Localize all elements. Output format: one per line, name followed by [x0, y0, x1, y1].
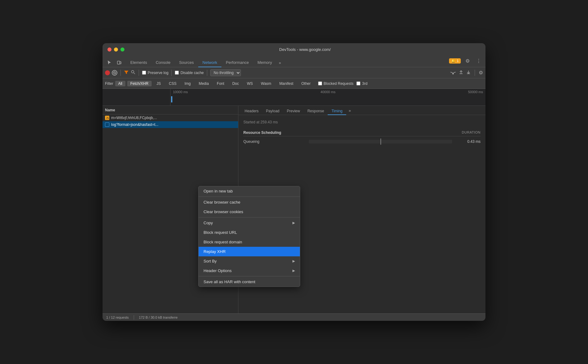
filter-all[interactable]: All: [115, 81, 125, 86]
close-button[interactable]: [107, 48, 111, 52]
filter-js[interactable]: JS: [153, 81, 164, 86]
search-icon[interactable]: [131, 70, 136, 76]
main-content: Name JS m=Wt6vjf,hhhU8,FCpbqb,... log?fo…: [103, 106, 485, 313]
device-icon[interactable]: [115, 58, 124, 67]
timeline-name-col: [103, 89, 170, 105]
window-title: DevTools - www.google.com/: [129, 47, 481, 52]
cm-copy-label: Copy: [204, 221, 213, 225]
cm-clear-cookies[interactable]: Clear browser cookies: [199, 207, 300, 217]
cm-header-options-arrow: ▶: [292, 269, 295, 273]
timeline-label-3: 50000 ms: [380, 90, 485, 94]
timeline-blue-bar: [171, 96, 172, 102]
cm-copy[interactable]: Copy ▶: [199, 218, 300, 228]
network-toolbar: Preserve log Disable cache No throttling: [103, 67, 485, 78]
disable-cache-input[interactable]: [175, 71, 179, 75]
download-icon[interactable]: [466, 70, 471, 76]
cm-sort-by-arrow: ▶: [292, 259, 295, 263]
cm-save-har[interactable]: Save all as HAR with content: [199, 277, 300, 287]
filter-other[interactable]: Other: [298, 81, 314, 86]
cm-block-url[interactable]: Block request URL: [199, 228, 300, 237]
status-sep: [134, 315, 134, 320]
filter-ws[interactable]: WS: [244, 81, 256, 86]
context-menu-overlay[interactable]: Open in new tab Clear browser cache Clea…: [103, 106, 485, 313]
tab-console[interactable]: Console: [151, 58, 175, 67]
cm-replay-xhr-label: Replay XHR: [204, 249, 226, 254]
blocked-requests-checkbox[interactable]: [318, 81, 322, 85]
filter-label: Filter: [105, 81, 113, 86]
tab-memory[interactable]: Memory: [253, 58, 276, 67]
tab-elements[interactable]: Elements: [126, 58, 151, 67]
svg-point-6: [453, 73, 454, 74]
notification-badge[interactable]: 🔔 1: [449, 58, 461, 64]
request-count: 1 / 12 requests: [106, 316, 129, 319]
status-bar: 1 / 12 requests 172 B / 30.0 kB transfer…: [103, 313, 485, 321]
wifi-icon[interactable]: [450, 70, 456, 76]
svg-line-3: [114, 72, 116, 74]
maximize-button[interactable]: [120, 48, 124, 52]
cm-open-new-tab-label: Open in new tab: [204, 189, 233, 193]
tab-sources[interactable]: Sources: [175, 58, 198, 67]
titlebar: DevTools - www.google.com/: [103, 43, 485, 56]
svg-rect-0: [117, 61, 120, 64]
cursor-icon[interactable]: [105, 58, 114, 67]
cm-save-har-label: Save all as HAR with content: [204, 279, 255, 284]
cm-block-url-label: Block request URL: [204, 230, 237, 235]
cm-replay-xhr[interactable]: Replay XHR: [199, 247, 300, 256]
cm-sep-1: [199, 196, 300, 197]
cm-clear-cache-label: Clear browser cache: [204, 200, 240, 205]
preserve-log-input[interactable]: [142, 71, 146, 75]
filter-manifest[interactable]: Manifest: [276, 81, 296, 86]
tab-performance[interactable]: Performance: [221, 58, 253, 67]
network-settings-icon[interactable]: ⚙: [479, 70, 483, 76]
nav-right-actions: 🔔 1 ⚙ ⋮: [449, 56, 483, 67]
cm-open-new-tab[interactable]: Open in new tab: [199, 186, 300, 196]
filter-font[interactable]: Font: [214, 81, 227, 86]
more-tabs-button[interactable]: »: [276, 59, 284, 67]
toolbar-separator-5: [475, 70, 475, 76]
timeline-area: 10000 ms 40000 ms 50000 ms: [103, 89, 485, 106]
third-party-checkbox[interactable]: [356, 81, 360, 85]
timeline-bar-area: 10000 ms 40000 ms 50000 ms: [170, 89, 485, 105]
record-button[interactable]: [105, 70, 110, 75]
toolbar-separator-2: [139, 70, 139, 76]
svg-rect-1: [120, 62, 121, 64]
cm-clear-cookies-label: Clear browser cookies: [204, 209, 243, 214]
cm-clear-cache[interactable]: Clear browser cache: [199, 197, 300, 207]
notification-count: 1: [457, 59, 459, 63]
cm-header-options-label: Header Options: [204, 268, 232, 273]
throttle-select[interactable]: No throttling: [210, 69, 241, 76]
cm-sort-by[interactable]: Sort By ▶: [199, 256, 300, 266]
transfer-size: 172 B / 30.0 kB transferre: [139, 316, 178, 319]
nav-tabs: Elements Console Sources Network Perform…: [103, 56, 485, 67]
cm-header-options[interactable]: Header Options ▶: [199, 266, 300, 275]
devtools-window: DevTools - www.google.com/ Elements Cons…: [103, 43, 485, 321]
timeline-label-2: 40000 ms: [276, 90, 380, 94]
context-menu: Open in new tab Clear browser cache Clea…: [198, 186, 300, 287]
toolbar-separator-3: [171, 70, 172, 76]
disable-cache-checkbox[interactable]: Disable cache: [175, 71, 204, 75]
minimize-button[interactable]: [114, 48, 118, 52]
cm-block-domain[interactable]: Block request domain: [199, 237, 300, 247]
third-party-label: 3rd: [362, 81, 367, 86]
settings-icon[interactable]: ⚙: [463, 56, 472, 65]
more-options-icon[interactable]: ⋮: [474, 56, 483, 65]
filter-wasm[interactable]: Wasm: [258, 81, 275, 86]
network-right-icons: ⚙: [450, 70, 483, 76]
timeline-label-1: 10000 ms: [170, 90, 276, 94]
filter-xhr[interactable]: Fetch/XHR: [127, 81, 152, 86]
disable-cache-label: Disable cache: [180, 71, 204, 75]
third-party-filter: 3rd: [356, 81, 367, 86]
filter-media[interactable]: Media: [195, 81, 212, 86]
filter-img[interactable]: Img: [181, 81, 194, 86]
blocked-requests: Blocked Requests: [318, 81, 354, 86]
blocked-requests-label: Blocked Requests: [324, 81, 354, 86]
preserve-log-checkbox[interactable]: Preserve log: [142, 71, 168, 75]
filter-doc[interactable]: Doc: [229, 81, 242, 86]
upload-icon[interactable]: [459, 70, 464, 76]
traffic-lights: [107, 48, 124, 52]
tab-network[interactable]: Network: [198, 58, 222, 67]
notification-icon: 🔔: [451, 59, 456, 63]
filter-css[interactable]: CSS: [166, 81, 180, 86]
filter-icon[interactable]: [124, 70, 129, 76]
clear-button[interactable]: [112, 70, 117, 76]
